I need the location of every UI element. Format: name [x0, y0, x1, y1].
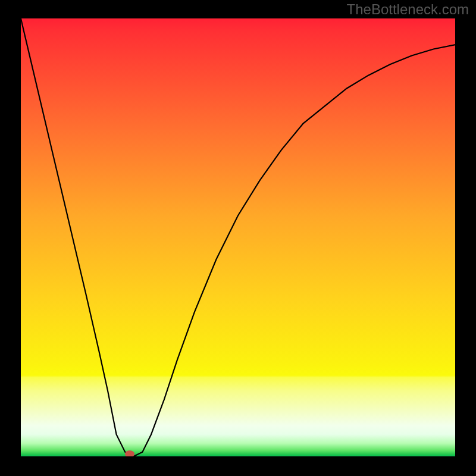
- curve-svg: [21, 18, 455, 456]
- watermark-text: TheBottleneck.com: [347, 1, 469, 18]
- bottleneck-curve: [21, 18, 455, 456]
- chart-container: TheBottleneck.com: [0, 0, 476, 476]
- optimal-marker: [125, 450, 134, 456]
- plot-area: [21, 18, 455, 456]
